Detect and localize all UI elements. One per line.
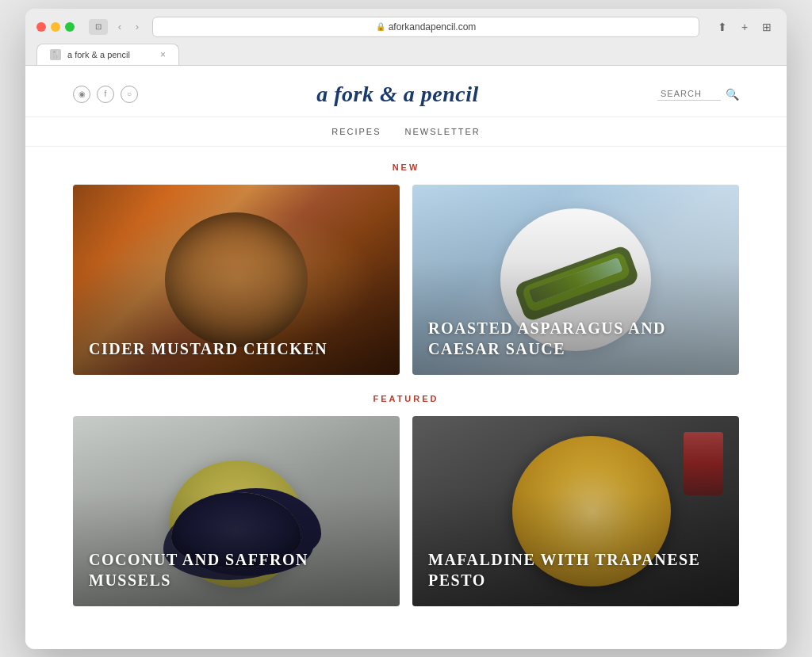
browser-titlebar: ⊡ ‹ › 🔒 aforkandapencil.com ⬆ + ⊞ [36,17,776,37]
site-nav: RECIPES NEWSLETTER [25,117,787,147]
browser-nav: ‹ › [113,20,144,34]
new-section-label: NEW [73,162,739,172]
nav-link-recipes[interactable]: RECIPES [331,127,381,136]
browser-window: ⊡ ‹ › 🔒 aforkandapencil.com ⬆ + ⊞ [25,9,787,649]
website-content: ◉ f ○ a fork & a pencil 🔍 RECIPES NEWSLE… [25,66,787,649]
tab-title: a fork & a pencil [67,50,130,59]
new-recipe-grid: CIDER MUSTARD CHICKEN ROASTED ASPARAGUS … [73,185,739,375]
share-button[interactable]: ⬆ [714,18,731,36]
search-input[interactable] [657,87,721,101]
header-search: 🔍 [657,87,739,101]
asparagus-title: ROASTED ASPARAGUS AND CAESAR SAUCE [428,318,723,359]
rss-icon[interactable]: ◉ [73,86,90,103]
featured-section-label: FEATURED [73,394,739,403]
grid-view-button[interactable]: ⊞ [758,18,776,36]
search-icon[interactable]: 🔍 [726,88,739,101]
recipe-card-pasta[interactable]: MAFALDINE WITH TRAPANESE PESTO [412,416,739,606]
tab-bar: 🍴 a fork & a pencil × [36,44,776,65]
browser-controls: ⊡ ‹ › [89,19,144,35]
lock-icon: 🔒 [376,22,385,31]
facebook-icon[interactable]: f [97,86,114,103]
cider-chicken-title: CIDER MUSTARD CHICKEN [89,338,384,359]
main-content: NEW CIDER MUSTARD CHICKEN ROASTED ASPARA… [25,147,787,649]
address-text: aforkandapencil.com [389,21,477,32]
traffic-lights [36,22,75,32]
browser-actions: ⬆ + ⊞ [714,18,776,36]
featured-recipe-grid: COCONUT AND SAFFRON MUSSELS MAFALDINE WI… [73,416,739,606]
instagram-icon[interactable]: ○ [121,86,138,103]
tab-favicon: 🍴 [50,49,61,60]
tab-close-button[interactable]: × [160,49,166,60]
recipe-card-cider-chicken[interactable]: CIDER MUSTARD CHICKEN [73,185,400,375]
recipe-card-mussels[interactable]: COCONUT AND SAFFRON MUSSELS [73,416,400,606]
fullscreen-traffic-light[interactable] [65,22,75,32]
minimize-traffic-light[interactable] [51,22,60,32]
site-header: ◉ f ○ a fork & a pencil 🔍 [25,66,787,117]
forward-button[interactable]: › [130,20,144,34]
new-tab-button[interactable]: + [736,18,753,36]
recipe-card-asparagus[interactable]: ROASTED ASPARAGUS AND CAESAR SAUCE [412,185,739,375]
active-tab[interactable]: 🍴 a fork & a pencil × [36,44,179,65]
address-bar[interactable]: 🔒 aforkandapencil.com [152,17,699,37]
browser-chrome: ⊡ ‹ › 🔒 aforkandapencil.com ⬆ + ⊞ [25,9,787,66]
site-title[interactable]: a fork & a pencil [316,82,479,107]
sidebar-toggle-button[interactable]: ⊡ [89,19,108,35]
address-bar-row: 🔒 aforkandapencil.com [152,17,699,37]
nav-link-newsletter[interactable]: NEWSLETTER [405,127,481,136]
mussels-title: COCONUT AND SAFFRON MUSSELS [89,549,384,590]
back-button[interactable]: ‹ [113,20,127,34]
close-traffic-light[interactable] [36,22,46,32]
header-social: ◉ f ○ [73,86,138,103]
pasta-title: MAFALDINE WITH TRAPANESE PESTO [428,549,723,590]
